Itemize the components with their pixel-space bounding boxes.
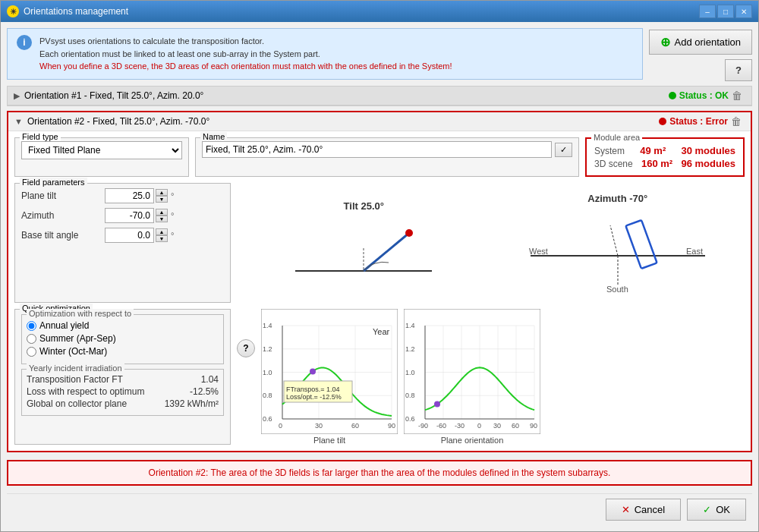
plane-tilt-down[interactable]: ▼: [156, 196, 168, 203]
orientation-1-expand-icon[interactable]: ▶: [14, 91, 20, 101]
svg-text:East: East: [686, 247, 703, 256]
base-tilt-row: Base tilt angle ▲ ▼ °: [21, 228, 224, 243]
svg-rect-9: [625, 220, 657, 269]
chart-help-button[interactable]: ?: [237, 339, 255, 357]
summer-radio-row: Summer (Apr-Sep): [27, 333, 219, 344]
azimuth-label: Azimuth: [21, 210, 105, 221]
ft-value: 1.04: [201, 374, 219, 385]
field-type-select[interactable]: Fixed Tilted Plane: [21, 141, 182, 159]
azimuth-diagram: West East South: [523, 210, 713, 294]
scene-label: 3D scene: [594, 159, 633, 169]
orientation-2-header[interactable]: ▼ Orientation #2 - Fixed, Tilt 25.0°, Az…: [8, 112, 751, 131]
cancel-label: Cancel: [635, 504, 665, 515]
info-line2: Each orientation must be linked to at le…: [39, 48, 452, 61]
top-fields-row: Field type Fixed Tilted Plane Name ✓: [14, 137, 745, 177]
azimuth-input-wrap: ▲ ▼ °: [105, 208, 174, 223]
loss-label: Loss with respect to optimum: [27, 386, 144, 397]
info-text: PVsyst uses orientations to calculate th…: [39, 35, 452, 73]
base-tilt-input[interactable]: [105, 228, 154, 243]
field-params-label: Field parameters: [20, 178, 87, 187]
plane-tilt-unit: °: [171, 191, 174, 200]
chart2-x-label: Plane orientation: [441, 436, 504, 445]
main-content: i PVsyst uses orientations to calculate …: [1, 22, 758, 531]
orientation-2-body: Field type Fixed Tilted Plane Name ✓: [8, 131, 751, 451]
minimize-button[interactable]: –: [699, 5, 716, 18]
system-area-value: 49 m²: [640, 145, 666, 156]
main-window: ☀ Orientations management – □ ✕ i PVsyst…: [0, 0, 759, 532]
azimuth-input[interactable]: [105, 208, 154, 223]
maximize-button[interactable]: □: [717, 5, 734, 18]
name-row: ✓: [202, 141, 572, 158]
ok-label: OK: [716, 504, 730, 515]
loss-row: Loss with respect to optimum -12.5%: [27, 386, 219, 397]
info-bar: i PVsyst uses orientations to calculate …: [7, 28, 643, 80]
help-button[interactable]: ?: [725, 59, 752, 81]
system-label: System: [594, 146, 625, 156]
scene-modules-value: 96 modules: [681, 158, 735, 169]
system-modules-value: 30 modules: [681, 145, 735, 156]
orientation-1-delete-button[interactable]: 🗑: [729, 90, 745, 102]
annual-radio-row: Annual yield: [27, 320, 219, 331]
footer-buttons: ✕ Cancel ✓ OK: [7, 493, 752, 525]
title-bar-left: ☀ Orientations management: [7, 5, 128, 17]
error-bar: Orientation #2: The area of the 3D field…: [7, 460, 752, 486]
viz-area: Tilt 25.0°: [237, 183, 745, 303]
orientation-2-expand-icon[interactable]: ▼: [14, 117, 23, 126]
orientation-2-title: Orientation #2 - Fixed, Tilt 25.0°, Azim…: [27, 116, 659, 127]
scene-area-value: 160 m²: [641, 158, 672, 169]
ok-button[interactable]: ✓ OK: [687, 499, 746, 521]
module-area-label: Module area: [591, 133, 642, 142]
base-tilt-up[interactable]: ▲: [156, 228, 168, 235]
info-icon: i: [17, 35, 32, 50]
global-value: 1392 kWh/m²: [165, 398, 219, 409]
orientation-1-title: Orientation #1 - Fixed, Tilt 25.0°, Azim…: [24, 90, 669, 101]
winter-radio[interactable]: [27, 347, 36, 357]
plane-tilt-spinner: ▲ ▼: [156, 189, 168, 203]
azimuth-viz-label: Azimuth -70°: [587, 193, 647, 204]
name-check-button[interactable]: ✓: [555, 143, 572, 157]
close-button[interactable]: ✕: [735, 5, 752, 18]
global-row: Global on collector plane 1392 kWh/m²: [27, 398, 219, 409]
plane-orientation-chart: [404, 309, 540, 434]
title-bar: ☀ Orientations management – □ ✕: [1, 1, 758, 22]
yearly-irrad-label: Yearly incident irradiation: [27, 364, 124, 373]
info-line3: When you define a 3D scene, the 3D areas…: [39, 60, 452, 73]
name-input[interactable]: [202, 141, 552, 158]
base-tilt-input-wrap: ▲ ▼ °: [105, 228, 174, 243]
plane-tilt-input[interactable]: [105, 188, 154, 203]
base-tilt-label: Base tilt angle: [21, 230, 105, 241]
cancel-icon: ✕: [622, 504, 630, 515]
status-dot-red: [659, 118, 666, 125]
title-controls: – □ ✕: [699, 5, 752, 18]
tilt-diagram: [280, 218, 447, 286]
params-viz-row: Field parameters Plane tilt ▲ ▼ °: [14, 183, 745, 303]
svg-point-2: [405, 229, 413, 237]
add-orientation-button[interactable]: ⊕ Add orientation: [649, 30, 752, 55]
summer-radio[interactable]: [27, 334, 36, 344]
azimuth-up[interactable]: ▲: [156, 209, 168, 216]
base-tilt-down[interactable]: ▼: [156, 235, 168, 242]
plane-tilt-row: Plane tilt ▲ ▼ °: [21, 188, 224, 203]
orientation-2-delete-button[interactable]: 🗑: [728, 115, 745, 127]
plane-tilt-up[interactable]: ▲: [156, 189, 168, 196]
status-dot-green: [669, 92, 676, 99]
azimuth-row: Azimuth ▲ ▼ °: [21, 208, 224, 223]
orientation-1-header[interactable]: ▶ Orientation #1 - Fixed, Tilt 25.0°, Az…: [8, 87, 751, 105]
plus-icon: ⊕: [660, 35, 670, 49]
opt-resp-label: Optimization with respect to: [27, 309, 134, 318]
ok-icon: ✓: [703, 504, 711, 515]
orientation-2-item: ▼ Orientation #2 - Fixed, Tilt 25.0°, Az…: [7, 111, 752, 452]
error-message: Orientation #2: The area of the 3D field…: [149, 467, 611, 478]
azimuth-unit: °: [171, 211, 174, 220]
base-tilt-unit: °: [171, 231, 174, 240]
global-label: Global on collector plane: [27, 398, 127, 409]
window-title: Orientations management: [24, 6, 128, 17]
chart1-x-label: Plane tilt: [313, 436, 345, 445]
cancel-button[interactable]: ✕ Cancel: [606, 499, 681, 521]
plane-tilt-chart: [261, 309, 398, 434]
winter-radio-row: Winter (Oct-Mar): [27, 346, 219, 357]
azimuth-viz: Azimuth -70° West East South: [499, 193, 738, 294]
ft-row: Transposition Factor FT 1.04: [27, 374, 219, 385]
annual-radio[interactable]: [27, 321, 36, 331]
azimuth-down[interactable]: ▼: [156, 216, 168, 222]
